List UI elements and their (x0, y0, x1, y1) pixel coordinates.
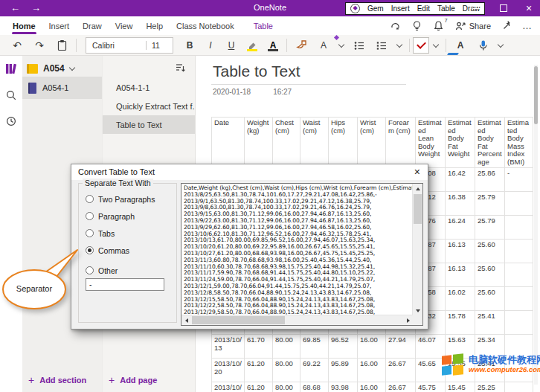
column-header[interactable]: Weight (kg) (245, 118, 273, 168)
table-cell[interactable]: 2013/10/13 (212, 335, 245, 359)
table-cell[interactable] (505, 382, 533, 392)
table-cell[interactable]: 25.79 (475, 216, 505, 240)
page-item[interactable]: Quickly Extract Text f... (103, 97, 196, 115)
column-header[interactable]: Estimated Body Fat Weight (446, 118, 475, 168)
table-cell[interactable]: 46.07 (416, 335, 446, 359)
table-cell[interactable] (505, 216, 533, 240)
ribbon-tab[interactable]: Insert (42, 16, 77, 35)
page-item[interactable]: Table to Text (103, 115, 196, 134)
radio-button-icon[interactable] (86, 195, 94, 203)
paste-clipboard-button[interactable] (51, 37, 73, 54)
scroll-left-arrow[interactable] (181, 315, 191, 325)
immersive-reader-button[interactable]: A (449, 37, 472, 54)
horizontal-scroll-thumb[interactable] (192, 316, 285, 324)
table-cell[interactable]: 25.79 (475, 192, 505, 216)
column-header[interactable]: Hips (cm) (329, 118, 358, 168)
table-cell[interactable]: 95.89 (329, 359, 358, 382)
bulleted-list-button[interactable] (348, 37, 370, 54)
separator-radio-option[interactable]: Paragraph (79, 208, 176, 225)
table-cell[interactable]: - (505, 168, 533, 192)
bold-button[interactable]: B (179, 37, 200, 54)
table-cell[interactable]: 96.52 (329, 335, 358, 359)
radio-button-icon[interactable] (86, 229, 94, 237)
table-cell[interactable] (505, 311, 533, 335)
dialog-title-bar[interactable]: Convert Table to Text × (71, 164, 428, 180)
table-cell[interactable] (505, 287, 533, 311)
close-window-button[interactable]: × (521, 0, 537, 16)
ribbon-tab[interactable]: Home (6, 16, 42, 35)
undo-button[interactable]: ↶ (6, 37, 28, 54)
table-cell[interactable]: 61.70 (245, 335, 273, 359)
todo-tag-button[interactable] (413, 37, 429, 54)
column-header[interactable]: Estimated Body Fat Percentage (475, 118, 505, 168)
list-dropdown[interactable] (393, 37, 406, 54)
gem-menu-item[interactable]: Gem (367, 4, 384, 13)
notebooks-icon[interactable] (5, 62, 18, 78)
ribbon-tab[interactable]: Draw (76, 16, 109, 35)
column-header[interactable]: Waist (cm) (300, 118, 329, 168)
font-color-button[interactable]: A (263, 37, 283, 54)
notifications-bell-icon[interactable]: 7 (433, 20, 444, 31)
table-cell[interactable]: 16.00 (358, 335, 386, 359)
table-cell[interactable]: 2013/10/27 (212, 382, 245, 392)
table-cell[interactable]: 16.13 (446, 240, 475, 263)
table-cell[interactable]: 16.00 (358, 359, 386, 382)
table-cell[interactable]: 25.86 (475, 168, 505, 192)
column-header[interactable]: Date (212, 118, 245, 168)
table-cell[interactable]: 16.42 (446, 168, 475, 192)
table-cell[interactable]: 16.13 (446, 263, 475, 287)
table-cell[interactable]: 2013/10/20 (212, 359, 245, 382)
radio-button-icon[interactable] (86, 212, 94, 220)
add-page-button[interactable]: + Add page (109, 374, 157, 386)
vertical-scroll-thumb[interactable] (414, 194, 422, 224)
scroll-down-arrow[interactable] (413, 306, 422, 315)
column-header[interactable]: Wrist (cm) (358, 118, 386, 168)
gem-menu-item[interactable]: Table (437, 4, 455, 13)
scroll-up-arrow[interactable] (413, 184, 422, 193)
table-cell[interactable]: 16.24 (446, 216, 475, 240)
highlighter-button[interactable] (242, 37, 263, 54)
table-cell[interactable]: 16.02 (446, 287, 475, 311)
separator-radio-option[interactable]: Other (79, 262, 176, 279)
ribbon-tab[interactable]: Class Notebook (170, 16, 241, 35)
radio-button-icon[interactable] (86, 266, 94, 274)
table-cell[interactable]: 68.68 (300, 382, 329, 392)
table-cell[interactable]: 61.20 (245, 382, 273, 392)
converted-text-preview[interactable]: Date,Weight (kg),Chest (cm),Waist (cm),H… (181, 183, 423, 326)
table-cell[interactable]: 25.41 (475, 311, 505, 335)
sort-pages-icon[interactable] (175, 62, 186, 76)
page-title[interactable]: Table to Text (213, 62, 300, 80)
table-cell[interactable]: 15.45 (446, 382, 475, 392)
tag-dropdown[interactable] (429, 37, 443, 54)
table-cell[interactable]: 15.78 (446, 311, 475, 335)
separator-radio-option[interactable]: Commas (79, 242, 176, 259)
table-cell[interactable]: 25.60 (475, 263, 505, 287)
preview-horizontal-scrollbar[interactable] (181, 315, 413, 325)
table-cell[interactable]: 26.67 (386, 382, 416, 392)
table-cell[interactable]: 27.94 (386, 335, 416, 359)
page-scrollbar-thumb[interactable] (534, 66, 538, 124)
table-cell[interactable]: 26.67 (386, 359, 416, 382)
recent-notes-clock-icon[interactable] (5, 115, 17, 130)
table-cell[interactable]: 80.00 (273, 335, 300, 359)
lightbulb-icon[interactable] (411, 20, 422, 32)
page-item[interactable]: A054-1-1 (103, 78, 196, 97)
table-cell[interactable]: 25.25 (475, 382, 505, 392)
table-cell[interactable] (505, 263, 533, 287)
redo-button[interactable]: ↷ (28, 37, 51, 54)
separator-radio-option[interactable]: Two Paragraphs (79, 190, 176, 208)
italic-button[interactable]: I (200, 37, 221, 54)
gem-menu-item[interactable]: Insert (391, 4, 410, 13)
table-cell[interactable]: 69.85 (300, 335, 329, 359)
share-button[interactable]: Share (454, 20, 491, 31)
separator-radio-option[interactable]: Tabs (79, 225, 176, 242)
add-section-button[interactable]: + Add section (28, 374, 86, 386)
table-cell[interactable]: 16.38 (446, 192, 475, 216)
column-header[interactable]: Forearm (cm) (386, 118, 416, 168)
clear-formatting-button[interactable]: A (312, 37, 335, 54)
table-cell[interactable]: 25.60 (475, 240, 505, 263)
column-header[interactable]: Estimated Body Mass Index (BMI) (505, 118, 533, 168)
ribbon-tab[interactable]: Table (247, 16, 280, 35)
other-separator-input[interactable]: - (86, 278, 164, 291)
table-cell[interactable]: 16.00 (358, 382, 386, 392)
